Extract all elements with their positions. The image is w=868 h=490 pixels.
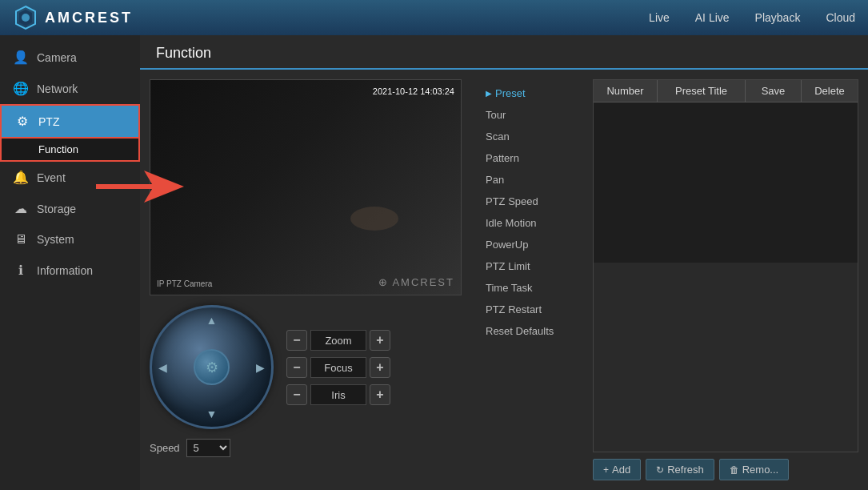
sidebar-item-camera[interactable]: 👤 Camera	[0, 42, 140, 73]
sidebar-item-storage[interactable]: ☁ Storage	[0, 193, 140, 224]
sidebar-item-network[interactable]: 🌐 Network	[0, 73, 140, 104]
video-camera-label: IP PTZ Camera	[157, 279, 212, 288]
focus-minus-button[interactable]: −	[286, 357, 307, 378]
joystick-container: ▲ ▼ ◀ ▶ ⚙	[150, 305, 274, 429]
ptz-menu-tour[interactable]: Tour	[479, 104, 583, 126]
video-feed: 2021-10-12 14:03:24 IP PTZ Camera ⊕ AMCR…	[150, 79, 462, 295]
zfi-controls: − Zoom + − Focus + − Iris +	[286, 330, 390, 405]
col-save: Save	[746, 80, 802, 102]
preset-actions: + Add ↻ Refresh 🗑 Remo...	[593, 459, 858, 480]
ptz-menu-tour-label: Tour	[486, 109, 506, 121]
focus-label: Focus	[310, 357, 366, 378]
col-preset-title: Preset Title	[658, 80, 746, 102]
focus-plus-button[interactable]: +	[370, 357, 390, 378]
svg-point-2	[22, 14, 30, 22]
ptz-menu-time-task[interactable]: Time Task	[479, 277, 583, 299]
refresh-icon: ↻	[656, 464, 664, 476]
iris-label: Iris	[310, 384, 366, 405]
refresh-button[interactable]: ↻ Refresh	[646, 459, 714, 480]
remove-button[interactable]: 🗑 Remo...	[719, 459, 790, 480]
iris-minus-button[interactable]: −	[286, 384, 307, 405]
iris-plus-button[interactable]: +	[370, 384, 390, 405]
ptz-up-arrow: ▲	[206, 314, 218, 327]
sidebar-label-information: Information	[37, 264, 93, 277]
ptz-menu-ptz-restart-label: PTZ Restart	[486, 303, 542, 315]
sidebar-label-storage: Storage	[37, 203, 76, 215]
refresh-label: Refresh	[667, 464, 704, 476]
ptz-menu-scan-label: Scan	[486, 131, 510, 143]
sidebar-label-function: Function	[38, 143, 78, 155]
preset-table-header: Number Preset Title Save Delete	[594, 80, 858, 102]
amcrest-logo-icon	[13, 5, 38, 30]
col-number: Number	[594, 80, 658, 102]
sidebar-label-system: System	[37, 233, 74, 246]
ptz-down-arrow: ▼	[206, 408, 218, 420]
sidebar-ptz-group: ⚙ PTZ Function	[0, 104, 140, 162]
ptz-menu-pan-label: Pan	[486, 174, 504, 186]
logo-area: AMCREST	[13, 5, 649, 30]
preset-arrow-icon: ▶	[486, 89, 492, 98]
event-icon: 🔔	[13, 170, 29, 185]
nav-ailive[interactable]: AI Live	[695, 11, 730, 24]
system-icon: 🖥	[13, 232, 29, 247]
storage-icon: ☁	[13, 201, 29, 216]
speed-select[interactable]: 1234 5678	[186, 439, 230, 457]
nav-playback[interactable]: Playback	[755, 11, 801, 24]
network-icon: 🌐	[13, 81, 29, 96]
ptz-menu-idle-motion[interactable]: Idle Motion	[479, 212, 583, 234]
ptz-menu-ptz-limit[interactable]: PTZ Limit	[479, 255, 583, 277]
zoom-row: − Zoom +	[286, 330, 390, 351]
col-delete: Delete	[802, 80, 858, 102]
preset-table-body	[594, 102, 858, 263]
ptz-menu: ▶ Preset Tour Scan Pattern Pan PTZ Speed	[479, 79, 583, 480]
joystick-center-button[interactable]: ⚙	[194, 349, 230, 385]
nav-cloud[interactable]: Cloud	[826, 11, 855, 24]
content-area: Function 2021-10-12 14:03:24 IP PTZ Came…	[140, 35, 868, 490]
video-timestamp: 2021-10-12 14:03:24	[373, 86, 454, 96]
preset-panel: Number Preset Title Save Delete + Add ↻ …	[593, 79, 858, 480]
zoom-label: Zoom	[310, 330, 366, 351]
joystick-center-icon: ⚙	[206, 359, 218, 376]
ptz-controls: ▲ ▼ ◀ ▶ ⚙ − Zoom +	[150, 305, 470, 429]
joystick[interactable]: ▲ ▼ ◀ ▶ ⚙	[150, 305, 274, 429]
ptz-menu-pattern[interactable]: Pattern	[479, 147, 583, 169]
nav-live[interactable]: Live	[649, 11, 670, 24]
ptz-menu-preset-label: Preset	[495, 87, 526, 99]
iris-row: − Iris +	[286, 384, 390, 405]
sidebar-item-function[interactable]: Function	[0, 139, 140, 162]
video-subject	[350, 207, 398, 231]
camera-icon: 👤	[13, 50, 29, 65]
sidebar-item-system[interactable]: 🖥 System	[0, 224, 140, 255]
add-button[interactable]: + Add	[593, 459, 641, 480]
add-icon: +	[603, 464, 609, 476]
ptz-menu-powerup[interactable]: PowerUp	[479, 234, 583, 255]
sidebar-label-network: Network	[37, 82, 78, 95]
ptz-menu-scan[interactable]: Scan	[479, 126, 583, 147]
ptz-menu-pan[interactable]: Pan	[479, 169, 583, 191]
ptz-menu-reset-defaults[interactable]: Reset Defaults	[479, 320, 583, 342]
zoom-minus-button[interactable]: −	[286, 330, 307, 351]
remove-label: Remo...	[742, 464, 779, 476]
zoom-plus-button[interactable]: +	[370, 330, 390, 351]
ptz-menu-preset[interactable]: ▶ Preset	[479, 82, 583, 104]
sidebar-item-event[interactable]: 🔔 Event	[0, 162, 140, 193]
speed-row: Speed 1234 5678	[150, 439, 470, 457]
video-brand-logo: ⊕ AMCREST	[378, 276, 454, 288]
logo-text: AMCREST	[45, 10, 133, 26]
sidebar-item-information[interactable]: ℹ Information	[0, 255, 140, 286]
focus-row: − Focus +	[286, 357, 390, 378]
nav-links: Live AI Live Playback Cloud	[649, 11, 855, 24]
ptz-menu-ptz-restart[interactable]: PTZ Restart	[479, 299, 583, 320]
ptz-menu-ptz-speed[interactable]: PTZ Speed	[479, 191, 583, 212]
speed-label: Speed	[150, 442, 180, 454]
sidebar-item-ptz[interactable]: ⚙ PTZ	[0, 104, 140, 139]
add-label: Add	[612, 464, 630, 476]
remove-icon: 🗑	[730, 464, 739, 476]
main-layout: 👤 Camera 🌐 Network ⚙ PTZ Function 🔔 Even…	[0, 35, 868, 490]
content-body: 2021-10-12 14:03:24 IP PTZ Camera ⊕ AMCR…	[140, 70, 868, 490]
ptz-left-arrow: ◀	[158, 361, 167, 374]
header: AMCREST Live AI Live Playback Cloud	[0, 0, 868, 35]
ptz-menu-reset-defaults-label: Reset Defaults	[486, 325, 554, 337]
ptz-menu-ptz-speed-label: PTZ Speed	[486, 195, 538, 207]
preset-table: Number Preset Title Save Delete	[593, 79, 858, 452]
